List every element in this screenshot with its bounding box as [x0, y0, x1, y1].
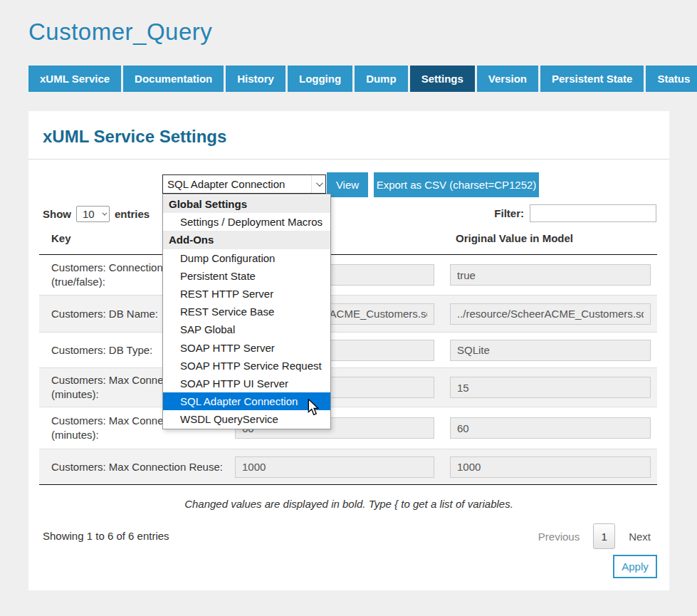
panel-heading: xUML Service Settings: [43, 127, 226, 147]
table-row: Customers: Max Connection Age (minutes):: [39, 367, 657, 407]
setting-value-input[interactable]: [235, 456, 434, 478]
table-row: Customers: DB Type:: [39, 332, 657, 367]
setting-original-value: [450, 264, 651, 286]
dropdown-option-dump-configuration[interactable]: Dump Configuration: [163, 249, 330, 267]
dropdown-option-sql-adapter-connection[interactable]: SQL Adapter Connection: [163, 392, 330, 410]
dropdown-option-persistent-state[interactable]: Persistent State: [163, 267, 330, 285]
entries-label: entries: [115, 208, 150, 220]
setting-original-value: [450, 456, 651, 478]
dropdown-group-add-ons: Add-Ons: [163, 231, 330, 249]
view-button[interactable]: View: [327, 172, 368, 197]
setting-original-value: [450, 417, 651, 439]
setting-original-value: [450, 303, 651, 325]
page-length-value: 10: [83, 208, 95, 220]
tab-version[interactable]: Version: [477, 66, 538, 92]
tab-logging[interactable]: Logging: [288, 66, 352, 92]
dropdown-option-soap-http-ui-server[interactable]: SOAP HTTP UI Server: [163, 375, 330, 392]
tab-dump[interactable]: Dump: [355, 66, 408, 92]
column-header-original-value: Original Value in Model: [456, 232, 573, 244]
table-row: Customers: Max Connection Reuse:: [39, 449, 657, 484]
settings-category-select[interactable]: SQL Adapter Connection: [162, 174, 326, 194]
pagination: Previous 1 Next: [538, 523, 651, 549]
previous-page-button[interactable]: Previous: [538, 531, 580, 543]
filter-input[interactable]: [530, 204, 656, 222]
apply-button[interactable]: Apply: [613, 555, 657, 578]
dropdown-option-wsdl-queryservice[interactable]: WSDL QueryService: [163, 410, 330, 428]
dropdown-option-soap-http-server[interactable]: SOAP HTTP Server: [163, 339, 330, 357]
tab-history[interactable]: History: [226, 66, 285, 92]
page-length-select[interactable]: 10: [76, 206, 110, 222]
tab-settings[interactable]: Settings: [410, 66, 475, 92]
heading-divider: [28, 159, 669, 160]
settings-category-dropdown: Global Settings Settings / Deployment Ma…: [162, 194, 331, 429]
show-label: Show: [43, 208, 71, 220]
setting-original-value: [450, 340, 651, 361]
dropdown-option-sap-global[interactable]: SAP Global: [163, 320, 330, 338]
tab-status[interactable]: Status: [646, 66, 697, 92]
tab-documentation[interactable]: Documentation: [123, 66, 224, 92]
tab-xuml-service[interactable]: xUML Service: [28, 66, 121, 92]
tab-bar: xUML Service Documentation History Loggi…: [28, 66, 669, 92]
page: Customer_Query xUML Service Documentatio…: [0, 19, 697, 590]
export-csv-button[interactable]: Export as CSV (charset=CP1252): [374, 172, 539, 197]
filter-label: Filter:: [494, 207, 524, 219]
page-number-button[interactable]: 1: [593, 523, 615, 549]
chevron-down-icon: [311, 175, 325, 193]
settings-panel: xUML Service Settings SQL Adapter Connec…: [28, 111, 669, 590]
chevron-down-icon: [102, 211, 107, 216]
dropdown-group-global-settings: Global Settings: [163, 195, 330, 213]
setting-key: Customers: Max Connection Reuse:: [39, 460, 246, 474]
setting-original-value: [450, 377, 651, 398]
table-row: Customers: Max Connection Idle (minutes)…: [39, 407, 657, 449]
showing-entries-info: Showing 1 to 6 of 6 entries: [43, 530, 169, 542]
dropdown-option-rest-http-server[interactable]: REST HTTP Server: [163, 285, 330, 303]
filter-control: Filter:: [494, 204, 656, 222]
tab-persistent-state[interactable]: Persistent State: [540, 66, 644, 92]
next-page-button[interactable]: Next: [629, 531, 651, 543]
bold-values-note: Changed values are displayed in bold. Ty…: [28, 498, 669, 510]
show-entries-control: Show 10 entries: [43, 206, 150, 222]
dropdown-option-soap-http-service-request[interactable]: SOAP HTTP Service Request: [163, 357, 330, 375]
table-row: Customers: Connection Pooling (true/fals…: [39, 255, 657, 295]
dropdown-option-rest-service-base[interactable]: REST Service Base: [163, 303, 330, 320]
settings-table: Customers: Connection Pooling (true/fals…: [39, 254, 657, 485]
column-header-key: Key: [51, 232, 71, 244]
settings-category-select-value: SQL Adapter Connection: [163, 178, 311, 190]
table-row: Customers: DB Name:: [39, 295, 657, 332]
page-title: Customer_Query: [28, 19, 669, 46]
dropdown-option-settings-deployment-macros[interactable]: Settings / Deployment Macros: [163, 213, 330, 231]
